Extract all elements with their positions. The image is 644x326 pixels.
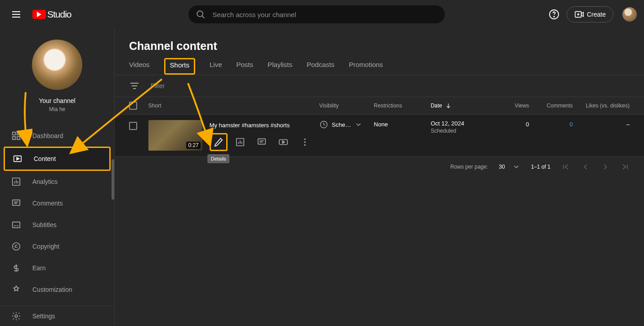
row-visibility-cell[interactable]: Sche…	[319, 120, 374, 151]
svg-marker-17	[17, 157, 19, 160]
svg-rect-14	[13, 137, 15, 139]
earn-icon	[11, 263, 22, 273]
last-page-button[interactable]	[621, 162, 630, 171]
column-header-views: Views	[498, 103, 529, 109]
channel-avatar[interactable]	[32, 40, 82, 90]
nav-item-subtitles[interactable]: Subtitles	[0, 214, 114, 236]
tab-podcasts[interactable]: Podcasts	[307, 61, 335, 75]
tab-shorts[interactable]: Shorts	[170, 61, 189, 69]
first-page-button[interactable]	[561, 162, 570, 171]
svg-rect-15	[17, 137, 20, 139]
nav-label: Analytics	[32, 178, 58, 185]
row-checkbox[interactable]	[129, 122, 137, 130]
sort-down-icon	[445, 103, 452, 109]
clock-icon	[319, 120, 328, 129]
filter-icon[interactable]	[129, 80, 140, 91]
svg-marker-3	[37, 12, 41, 17]
help-button[interactable]	[545, 5, 563, 23]
column-header-date[interactable]: Date	[431, 103, 499, 109]
video-title[interactable]: My hamster #hamsters #shorts	[210, 122, 314, 129]
svg-point-45	[304, 144, 305, 146]
tab-live[interactable]: Live	[210, 61, 222, 75]
nav-list: Dashboard Content Analytics	[0, 120, 114, 306]
nav-item-settings[interactable]: Settings	[0, 306, 114, 326]
table-row[interactable]: 0:27 My hamster #hamsters #shorts Detail…	[115, 115, 644, 157]
analytics-button[interactable]	[231, 133, 249, 151]
page-title: Channel content	[115, 29, 644, 61]
nav-item-earn[interactable]: Earn	[0, 257, 114, 279]
next-page-button[interactable]	[601, 162, 610, 171]
prev-page-button[interactable]	[581, 162, 590, 171]
analytics-icon	[235, 137, 245, 147]
svg-marker-42	[282, 141, 285, 143]
create-label: Create	[587, 11, 606, 18]
row-short-cell: 0:27 My hamster #hamsters #shorts Detail…	[148, 120, 319, 151]
video-duration: 0:27	[186, 142, 200, 149]
svg-point-28	[13, 243, 20, 250]
first-page-icon	[561, 162, 570, 171]
column-header-visibility: Visibility	[319, 103, 374, 109]
main-content: Channel content Videos Shorts Live Posts…	[115, 29, 644, 326]
column-header-likes: Likes (vs. dislikes)	[573, 103, 630, 109]
tab-promotions[interactable]: Promotions	[349, 61, 383, 75]
rows-per-page-select[interactable]: 30	[499, 163, 520, 171]
svg-rect-13	[17, 132, 20, 135]
shorts-highlight-annotation: Shorts	[164, 58, 195, 75]
search-input[interactable]	[213, 11, 438, 18]
svg-rect-38	[258, 139, 266, 144]
copyright-icon	[11, 241, 22, 252]
pagination-range: 1–1 of 1	[531, 164, 550, 170]
filter-input[interactable]	[151, 82, 630, 89]
details-button[interactable]: Details	[210, 133, 228, 151]
date-text: Oct 12, 2024	[431, 120, 499, 127]
row-views-cell: 0	[498, 120, 529, 151]
search-icon	[196, 9, 206, 19]
table-header: Short Visibility Restrictions Date Views…	[115, 97, 644, 115]
create-button[interactable]: Create	[567, 6, 613, 22]
svg-line-5	[202, 16, 204, 18]
channel-block: Your channel Mia he	[0, 29, 114, 120]
tab-playlists[interactable]: Playlists	[268, 61, 292, 75]
nav-label: Content	[34, 155, 56, 162]
nav-item-analytics[interactable]: Analytics	[0, 171, 114, 192]
sidebar-scrollbar-thumb[interactable]	[112, 159, 114, 200]
tab-posts[interactable]: Posts	[236, 61, 253, 75]
column-header-comments: Comments	[529, 103, 572, 109]
chevron-right-icon	[601, 162, 610, 171]
nav-item-content[interactable]: Content	[5, 148, 109, 170]
rows-per-page-label: Rows per page:	[450, 164, 488, 170]
svg-point-43	[304, 138, 305, 140]
customization-icon	[11, 284, 22, 295]
select-all-checkbox[interactable]	[129, 102, 137, 110]
youtube-studio-logo[interactable]: Studio	[32, 9, 72, 20]
filter-row	[115, 75, 644, 97]
channel-label: Your channel	[39, 97, 75, 104]
chevron-down-icon	[354, 121, 362, 129]
settings-icon	[11, 311, 22, 322]
svg-point-7	[554, 16, 555, 17]
video-thumbnail[interactable]: 0:27	[148, 120, 202, 151]
hamburger-menu-button[interactable]	[7, 5, 25, 23]
nav-item-copyright[interactable]: Copyright	[0, 236, 114, 257]
nav-item-dashboard[interactable]: Dashboard	[0, 125, 114, 147]
youtube-link-button[interactable]	[274, 133, 292, 151]
account-avatar[interactable]	[622, 7, 637, 22]
comments-button[interactable]	[253, 133, 271, 151]
search-bar[interactable]	[188, 5, 445, 23]
more-options-button[interactable]	[296, 133, 314, 151]
create-icon	[574, 9, 584, 19]
row-date-cell: Oct 12, 2024 Scheduled	[431, 120, 499, 151]
column-header-short: Short	[148, 103, 319, 109]
help-icon	[549, 9, 559, 20]
analytics-icon	[11, 176, 22, 187]
last-page-icon	[621, 162, 630, 171]
svg-point-4	[197, 11, 203, 17]
details-tooltip: Details	[207, 154, 230, 163]
svg-rect-25	[13, 222, 20, 228]
nav-item-customization[interactable]: Customization	[0, 279, 114, 300]
nav-item-comments[interactable]: Comments	[0, 192, 114, 214]
row-comments-cell[interactable]: 0	[529, 120, 572, 151]
tab-videos[interactable]: Videos	[129, 61, 150, 75]
nav-label: Dashboard	[32, 132, 63, 139]
row-checkbox-cell	[129, 120, 148, 151]
